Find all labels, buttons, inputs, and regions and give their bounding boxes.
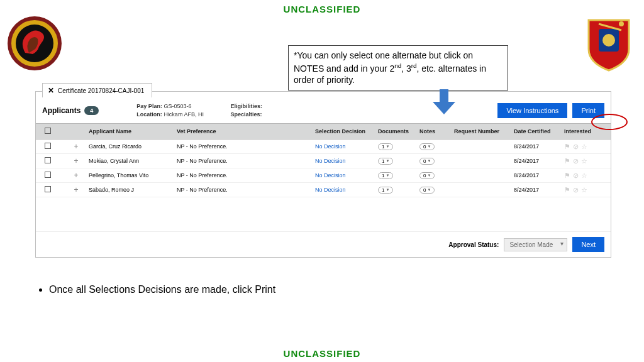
notes-pill[interactable]: 0 ▼ bbox=[419, 143, 435, 150]
star-icon[interactable]: ☆ bbox=[581, 143, 587, 151]
classification-bottom: UNCLASSIFIED bbox=[284, 348, 361, 359]
interested-icons: ⚑⊘☆ bbox=[564, 172, 608, 180]
col-applicant-name[interactable]: Applicant Name bbox=[89, 128, 177, 134]
notes-pill[interactable]: 0 ▼ bbox=[419, 187, 435, 194]
star-icon[interactable]: ☆ bbox=[581, 157, 587, 165]
unit-crest-right bbox=[585, 16, 633, 77]
classification-top: UNCLASSIFIED bbox=[284, 4, 361, 14]
vet-preference-cell: NP - No Preference. bbox=[177, 158, 290, 164]
svg-point-4 bbox=[619, 21, 624, 26]
block-icon[interactable]: ⊘ bbox=[573, 157, 579, 165]
table-header: Applicant Name Vet Preference Selection … bbox=[36, 123, 611, 140]
selection-decision-link[interactable]: No Decision bbox=[315, 158, 378, 164]
applicant-name-cell: Pellegrino, Thomas Vito bbox=[89, 172, 177, 178]
interested-icons: ⚑⊘☆ bbox=[564, 186, 608, 194]
col-documents[interactable]: Documents bbox=[378, 128, 419, 134]
selection-decision-link[interactable]: No Decision bbox=[315, 187, 378, 193]
panel-header-row: Applicants 4 Pay Plan: GS-0503-6 Locatio… bbox=[36, 102, 611, 123]
col-notes[interactable]: Notes bbox=[419, 128, 454, 134]
notes-pill[interactable]: 0 ▼ bbox=[419, 172, 435, 179]
date-certified-cell: 8/24/2017 bbox=[514, 172, 564, 178]
flag-icon[interactable]: ⚑ bbox=[564, 157, 570, 165]
row-checkbox[interactable] bbox=[45, 157, 51, 163]
table-row: +Garcia, Cruz RicardoNP - No Preference.… bbox=[36, 140, 611, 154]
specialties-label: Specialties: bbox=[230, 111, 262, 118]
row-checkbox[interactable] bbox=[45, 143, 51, 149]
vet-preference-cell: NP - No Preference. bbox=[177, 143, 290, 150]
certificate-meta: Pay Plan: GS-0503-6 Location: Hickam AFB… bbox=[136, 102, 287, 118]
approval-status-label: Approval Status: bbox=[448, 241, 499, 248]
documents-pill[interactable]: 1 ▼ bbox=[378, 172, 393, 179]
applicant-name-cell: Garcia, Cruz Ricardo bbox=[89, 143, 177, 150]
interested-icons: ⚑⊘☆ bbox=[564, 143, 608, 151]
flag-icon[interactable]: ⚑ bbox=[564, 143, 570, 151]
instruction-bullet-text: Once all Selections Decisions are made, … bbox=[49, 284, 275, 295]
select-all-checkbox[interactable] bbox=[45, 128, 51, 134]
vet-preference-cell: NP - No Preference. bbox=[177, 187, 290, 193]
applicants-count-badge: 4 bbox=[84, 106, 99, 115]
selection-decision-link[interactable]: No Decision bbox=[315, 172, 378, 178]
table-row: +Sabado, Romeo JNP - No Preference.No De… bbox=[36, 183, 611, 197]
block-icon[interactable]: ⊘ bbox=[573, 172, 579, 180]
col-date-certified[interactable]: Date Certified bbox=[514, 128, 564, 134]
next-button[interactable]: Next bbox=[572, 237, 604, 252]
flag-icon[interactable]: ⚑ bbox=[564, 186, 570, 194]
print-button[interactable]: Print bbox=[572, 103, 604, 118]
selection-decision-link[interactable]: No Decision bbox=[315, 143, 378, 150]
notes-pill[interactable]: 0 ▼ bbox=[419, 158, 435, 165]
documents-pill[interactable]: 1 ▼ bbox=[378, 187, 393, 194]
certificate-tab[interactable]: ✕ Certificate 20170824-CAJI-001 bbox=[42, 83, 152, 97]
note-text2: , 3 bbox=[401, 63, 411, 74]
block-icon[interactable]: ⊘ bbox=[573, 143, 579, 151]
row-checkbox[interactable] bbox=[45, 172, 51, 178]
expand-row-icon[interactable]: + bbox=[64, 171, 89, 180]
applicants-panel: ✕ Certificate 20170824-CAJI-001 Applican… bbox=[35, 91, 611, 258]
unit-crest-left bbox=[8, 16, 62, 73]
certificate-tab-label: Certificate 20170824-CAJI-001 bbox=[58, 87, 144, 94]
note-sup1: nd bbox=[394, 62, 401, 69]
col-interested[interactable]: Interested bbox=[564, 128, 608, 134]
col-request-number[interactable]: Request Number bbox=[454, 128, 514, 134]
svg-point-3 bbox=[602, 34, 615, 47]
col-selection-decision[interactable]: Selection Decision bbox=[315, 128, 378, 134]
approval-status-select[interactable]: Selection Made bbox=[504, 238, 567, 251]
eligibilities-label: Eligibilities: bbox=[230, 103, 262, 109]
table-row: +Pellegrino, Thomas VitoNP - No Preferen… bbox=[36, 168, 611, 183]
flag-icon[interactable]: ⚑ bbox=[564, 172, 570, 180]
location-label: Location: bbox=[136, 111, 162, 118]
expand-row-icon[interactable]: + bbox=[64, 185, 89, 194]
applicants-label: Applicants bbox=[42, 106, 80, 115]
location-value: Hickam AFB, HI bbox=[164, 111, 204, 118]
interested-icons: ⚑⊘☆ bbox=[564, 157, 608, 165]
documents-pill[interactable]: 1 ▼ bbox=[378, 143, 393, 150]
instruction-callout: *You can only select one alternate but c… bbox=[288, 45, 508, 90]
arrow-annotation bbox=[433, 89, 455, 117]
applicant-name-cell: Mokiao, Crystal Ann bbox=[89, 158, 177, 164]
block-icon[interactable]: ⊘ bbox=[573, 186, 579, 194]
close-tab-icon[interactable]: ✕ bbox=[48, 86, 54, 95]
instruction-bullet: Once all Selections Decisions are made, … bbox=[36, 284, 275, 295]
star-icon[interactable]: ☆ bbox=[581, 172, 587, 180]
vet-preference-cell: NP - No Preference. bbox=[177, 172, 290, 178]
panel-footer: Approval Status: Selection Made Next bbox=[36, 231, 611, 257]
expand-row-icon[interactable]: + bbox=[64, 156, 89, 165]
pay-plan-value: GS-0503-6 bbox=[164, 103, 191, 109]
documents-pill[interactable]: 1 ▼ bbox=[378, 158, 393, 165]
pay-plan-label: Pay Plan: bbox=[136, 103, 162, 109]
applicant-name-cell: Sabado, Romeo J bbox=[89, 187, 177, 193]
date-certified-cell: 8/24/2017 bbox=[514, 187, 564, 193]
star-icon[interactable]: ☆ bbox=[581, 186, 587, 194]
table-row: +Mokiao, Crystal AnnNP - No Preference.N… bbox=[36, 154, 611, 168]
note-sup2: rd bbox=[411, 62, 417, 69]
row-checkbox[interactable] bbox=[45, 186, 51, 192]
date-certified-cell: 8/24/2017 bbox=[514, 143, 564, 150]
col-vet-preference[interactable]: Vet Preference bbox=[177, 128, 290, 134]
view-instructions-button[interactable]: View Instructions bbox=[497, 103, 567, 118]
expand-row-icon[interactable]: + bbox=[64, 142, 89, 151]
date-certified-cell: 8/24/2017 bbox=[514, 158, 564, 164]
